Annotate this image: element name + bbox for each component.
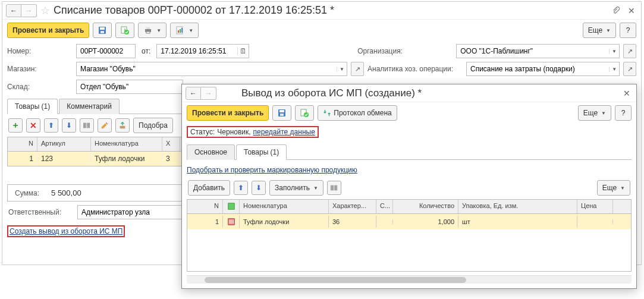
col-x[interactable]: Х [162,137,180,151]
sub-col-n[interactable]: N [187,200,223,213]
svg-rect-6 [146,27,150,29]
number-label: Номер: [7,47,73,55]
sub-goods-grid: N Номенклатура Характер... С... Количест… [187,199,632,272]
post-and-close-button[interactable]: Провести и закрыть [7,23,89,38]
col-nomenclature[interactable]: Номенклатура [91,137,162,151]
sub-add-button[interactable]: Добавить [188,180,230,196]
col-n[interactable]: N [8,137,37,151]
from-label: от: [142,47,150,55]
sub-col-mark-icon[interactable] [223,200,240,213]
print-button[interactable]: ▼ [138,23,167,38]
import-button[interactable] [115,118,130,133]
analytics-label: Аналитика хоз. операции: [367,65,463,73]
attach-icon[interactable] [610,5,622,17]
svg-rect-2 [100,31,104,33]
svg-rect-1 [100,27,105,30]
org-label: Организация: [357,47,453,55]
sub-mini-more-button[interactable]: Еще▼ [597,180,630,196]
horizontal-scrollbar[interactable] [187,275,632,284]
sub-move-up-button[interactable]: ⬆ [234,181,248,195]
sub-save-button[interactable] [272,105,291,121]
sub-more-button[interactable]: Еще▼ [578,105,611,121]
edit-button[interactable] [98,118,112,133]
analytics-dropdown-icon[interactable]: ▼ [609,67,619,72]
shop-field[interactable] [77,65,337,73]
save-button[interactable] [93,23,112,38]
close-button[interactable]: ✕ [626,5,637,17]
warehouse-label: Склад: [7,83,73,91]
svg-rect-18 [228,203,234,210]
post-button[interactable] [115,23,134,38]
create-withdrawal-link[interactable]: Создать вывод из оборота ИС МП [10,227,122,235]
org-dropdown-icon[interactable]: ▼ [609,49,619,54]
tab-comment[interactable]: Комментарий [59,99,120,114]
col-article[interactable]: Артикул [37,137,91,151]
sub-title: Вывод из оборота ИС МП (создание) * [241,87,422,99]
responsible-label: Ответственный: [8,208,74,216]
favorite-star-icon[interactable]: ☆ [40,4,50,17]
status-action-link[interactable]: передайте данные [253,128,315,136]
sub-col-nomenclature[interactable]: Номенклатура [240,200,329,213]
help-button[interactable]: ? [620,23,636,38]
svg-rect-12 [120,126,125,128]
sub-col-quantity[interactable]: Количество [393,200,458,213]
status-value: Черновик, [217,128,250,136]
svg-rect-10 [180,29,181,33]
sub-window: ← → Вывод из оборота ИС МП (создание) * … [181,84,637,289]
sub-nav-forward-button[interactable]: → [201,87,216,100]
sub-post-and-close-button[interactable]: Провести и закрыть [187,105,269,121]
sub-barcode-button[interactable] [327,181,341,195]
pick-and-verify-link[interactable]: Подобрать и проверить маркированную прод… [187,166,357,174]
more-button[interactable]: Еще▼ [583,23,616,38]
sub-post-button[interactable] [295,105,314,121]
org-field[interactable] [457,47,609,55]
svg-rect-15 [280,114,284,116]
sub-close-button[interactable]: ✕ [621,87,633,99]
sub-nav-back-button[interactable]: ← [186,87,201,100]
sub-col-s[interactable]: С... [376,200,393,213]
add-row-button[interactable]: ＋ [8,118,23,133]
sum-value: 5 500,00 [51,188,81,197]
protocol-button[interactable]: Протокол обмена [318,105,397,121]
shop-open-button[interactable]: ↗ [351,62,364,76]
nav-forward-button[interactable]: → [21,4,37,17]
delete-row-button[interactable]: ✕ [26,118,40,133]
sub-goods-row[interactable]: 1 Туфли лодочки 36 1,000 шт [187,214,631,229]
analytics-open-button[interactable]: ↗ [623,62,636,76]
responsible-field[interactable] [78,208,184,216]
main-title: Списание товаров 00РТ-000002 от 17.12.20… [54,4,334,17]
sub-col-unit[interactable]: Упаковка, Ед. изм. [458,200,577,213]
sub-toolbar: Провести и закрыть Протокол обмена Еще▼ … [182,102,636,124]
main-titlebar: ← → ☆ Списание товаров 00РТ-000002 от 17… [2,2,641,20]
sum-label: Сумма: [15,189,39,197]
number-field[interactable] [77,47,135,55]
move-down-button[interactable]: ⬇ [62,118,76,133]
sub-help-button[interactable]: ? [615,105,632,121]
svg-rect-9 [178,30,179,33]
svg-rect-11 [181,28,183,33]
calendar-icon[interactable]: 🗓 [237,47,249,55]
shop-dropdown-icon[interactable]: ▼ [337,67,347,72]
reports-button[interactable]: ▼ [170,23,199,38]
org-open-button[interactable]: ↗ [623,44,636,58]
scrollbar-thumb[interactable] [205,277,466,283]
sub-titlebar: ← → Вывод из оборота ИС МП (создание) * … [182,84,636,102]
analytics-field[interactable] [467,65,609,73]
sub-col-characteristic[interactable]: Характер... [329,200,376,213]
barcode-button[interactable] [80,118,94,133]
tab-goods[interactable]: Товары (1) [7,99,58,114]
sub-move-down-button[interactable]: ⬇ [252,181,266,195]
mark-status-icon [223,215,240,228]
warehouse-field[interactable] [77,83,183,91]
sub-tab-main[interactable]: Основное [187,144,235,160]
sub-tab-goods[interactable]: Товары (1) [236,144,287,160]
nav-back-button[interactable]: ← [6,4,21,17]
move-up-button[interactable]: ⬆ [44,118,58,133]
main-toolbar: Провести и закрыть ▼ ▼ Еще▼ ? [2,20,641,41]
status-label: Статус: [190,128,215,136]
date-field[interactable] [157,47,237,55]
sub-fill-button[interactable]: Заполнить▼ [269,180,323,196]
pick-button[interactable]: Подобра [133,118,173,133]
shop-label: Магазин: [7,65,73,73]
sub-col-price[interactable]: Цена [577,200,613,213]
